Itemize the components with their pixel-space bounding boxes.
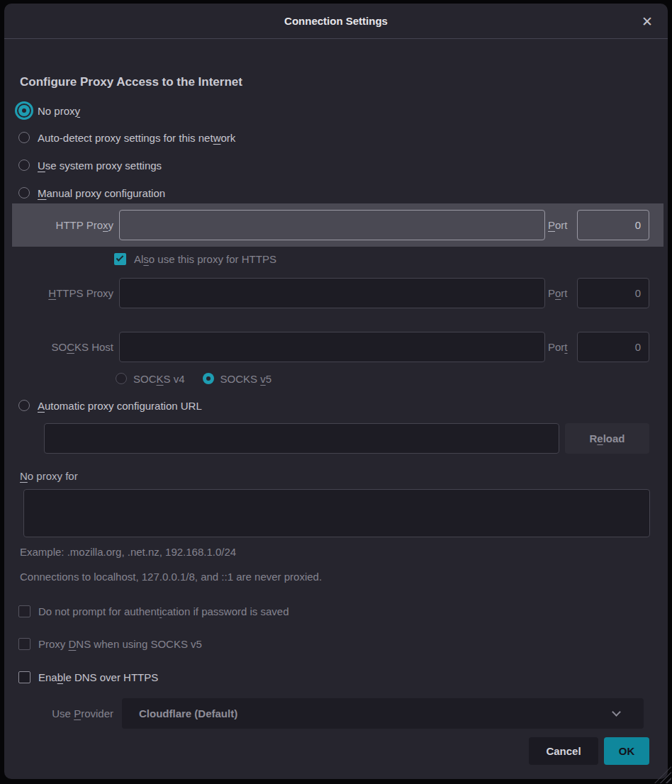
http-proxy-label: HTTP Proxy <box>20 219 113 231</box>
checkbox-label: Do not prompt for authentication if pass… <box>38 605 289 617</box>
socks-host-input[interactable] <box>119 332 545 362</box>
radio-icon <box>18 159 30 171</box>
provider-selected-value: Cloudflare (Default) <box>122 707 613 719</box>
radio-icon <box>18 132 30 143</box>
http-proxy-input[interactable] <box>119 210 545 240</box>
auto-config-url-input[interactable] <box>44 423 559 454</box>
checkbox-enable-doh[interactable]: Enable DNS over HTTPS <box>18 671 158 684</box>
radio-manual-proxy[interactable]: Manual proxy configuration <box>18 185 165 201</box>
radio-use-system[interactable]: Use system proxy settings <box>18 157 162 173</box>
dialog-title: Connection Settings <box>4 4 668 39</box>
checkbox-icon <box>18 638 30 650</box>
https-proxy-label: HTTPS Proxy <box>20 287 113 299</box>
radio-no-proxy[interactable]: No proxy <box>18 103 80 118</box>
checkbox-proxy-dns-socks5[interactable]: Proxy DNS when using SOCKS v5 <box>18 637 202 651</box>
titlebar: Connection Settings ✕ <box>4 4 668 39</box>
radio-label: Manual proxy configuration <box>38 187 165 199</box>
radio-auto-detect[interactable]: Auto-detect proxy settings for this netw… <box>18 130 235 145</box>
checkbox-label: Enable DNS over HTTPS <box>38 671 158 683</box>
checkbox-no-auth-prompt[interactable]: Do not prompt for authentication if pass… <box>18 605 289 618</box>
checkbox-checked-icon <box>114 253 126 265</box>
never-proxied-note: Connections to localhost, 127.0.0.1/8, a… <box>20 571 322 583</box>
radio-icon <box>18 187 30 198</box>
https-proxy-input[interactable] <box>119 278 545 308</box>
chevron-down-icon <box>612 707 621 717</box>
radio-label: Auto-detect proxy settings for this netw… <box>38 132 235 144</box>
close-icon[interactable]: ✕ <box>638 13 656 31</box>
ok-button[interactable]: OK <box>604 737 649 765</box>
radio-icon <box>116 373 127 384</box>
checkbox-label: Also use this proxy for HTTPS <box>134 253 276 265</box>
checkbox-icon <box>18 671 30 683</box>
radio-icon <box>18 400 30 411</box>
radio-socks-v4[interactable]: SOCKS v4 <box>116 373 185 385</box>
provider-dropdown[interactable]: Cloudflare (Default) <box>122 698 644 729</box>
checkbox-also-use-https[interactable]: Also use this proxy for HTTPS <box>114 252 276 266</box>
socks-host-label: SOCKS Host <box>20 341 113 353</box>
no-proxy-for-label: No proxy for <box>20 470 78 482</box>
radio-selected-icon <box>18 105 30 116</box>
checkbox-label: Proxy DNS when using SOCKS v5 <box>38 638 202 650</box>
no-proxy-example-text: Example: .mozilla.org, .net.nz, 192.168.… <box>20 546 236 558</box>
use-provider-label: Use Provider <box>20 707 113 719</box>
page-title: Configure Proxy Access to the Internet <box>20 75 242 89</box>
socks-port-label: Port <box>548 341 568 353</box>
radio-label: Automatic proxy configuration URL <box>38 400 202 412</box>
radio-label: SOCKS v5 <box>220 373 272 385</box>
socks-port-input[interactable] <box>577 332 649 362</box>
reload-button[interactable]: Reload <box>565 423 649 454</box>
no-proxy-for-textarea[interactable] <box>23 489 650 537</box>
https-port-input[interactable] <box>577 278 649 308</box>
https-port-label: Port <box>548 287 568 299</box>
radio-socks-v5[interactable]: SOCKS v5 <box>203 373 272 385</box>
radio-auto-config-url[interactable]: Automatic proxy configuration URL <box>18 398 202 413</box>
checkbox-icon <box>18 605 30 617</box>
radio-label: No proxy <box>38 105 80 117</box>
radio-label: SOCKS v4 <box>133 373 185 385</box>
connection-settings-dialog: Connection Settings ✕ Configure Proxy Ac… <box>0 0 672 784</box>
dialog-surface <box>4 4 668 779</box>
radio-label: Use system proxy settings <box>38 159 162 172</box>
checkmark-icon <box>116 254 124 262</box>
radio-selected-icon <box>203 373 214 384</box>
http-port-input[interactable] <box>577 210 649 240</box>
cancel-button[interactable]: Cancel <box>529 737 598 765</box>
socks-version-group: SOCKS v4 SOCKS v5 <box>116 371 271 386</box>
http-port-label: Port <box>548 219 568 231</box>
